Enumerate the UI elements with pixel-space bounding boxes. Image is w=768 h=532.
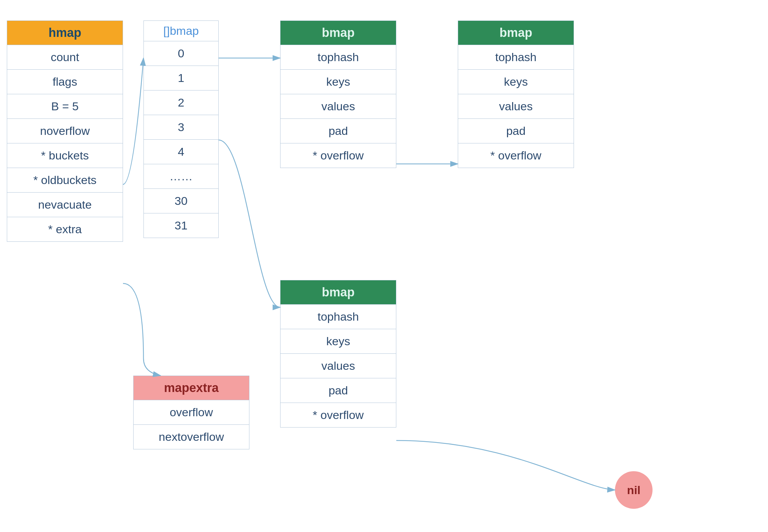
bmap2-header: bmap	[458, 21, 574, 45]
bmap2-field-values: values	[458, 94, 574, 118]
bmap1-field-values: values	[280, 94, 396, 118]
hmap-field-noverflow: noverflow	[7, 118, 123, 143]
array-row-2: 2	[144, 90, 218, 115]
mapextra-box: mapextra overflow nextoverflow	[133, 376, 249, 449]
bmap1-field-pad: pad	[280, 118, 396, 143]
bmap2-field-tophash: tophash	[458, 45, 574, 69]
array-box: []bmap 0 1 2 3 4 …… 30 31	[143, 20, 219, 238]
bmap2-box: bmap tophash keys values pad * overflow	[458, 20, 574, 168]
bmap2-field-pad: pad	[458, 118, 574, 143]
bmap3-field-pad: pad	[280, 378, 396, 403]
array-row-31: 31	[144, 213, 218, 238]
array-row-dots: ……	[144, 164, 218, 188]
nil-circle: nil	[615, 471, 653, 509]
bmap3-box: bmap tophash keys values pad * overflow	[280, 280, 396, 428]
hmap-field-buckets: * buckets	[7, 143, 123, 168]
array-row-30: 30	[144, 188, 218, 213]
bmap1-field-keys: keys	[280, 69, 396, 94]
nil-label: nil	[627, 484, 641, 497]
array-row-1: 1	[144, 66, 218, 90]
bmap3-field-overflow: * overflow	[280, 403, 396, 427]
bmap1-header: bmap	[280, 21, 396, 45]
bmap3-field-tophash: tophash	[280, 304, 396, 329]
diagram: hmap count flags B = 5 noverflow * bucke…	[0, 0, 768, 532]
hmap-header: hmap	[7, 21, 123, 45]
bmap2-field-overflow: * overflow	[458, 143, 574, 168]
hmap-field-flags: flags	[7, 69, 123, 94]
bmap1-field-overflow: * overflow	[280, 143, 396, 168]
hmap-field-extra: * extra	[7, 217, 123, 241]
array-row-3: 3	[144, 115, 218, 139]
bmap1-field-tophash: tophash	[280, 45, 396, 69]
hmap-field-oldbuckets: * oldbuckets	[7, 168, 123, 192]
array-row-0: 0	[144, 41, 218, 66]
hmap-field-count: count	[7, 45, 123, 69]
hmap-field-b: B = 5	[7, 94, 123, 118]
bmap1-box: bmap tophash keys values pad * overflow	[280, 20, 396, 168]
bmap3-field-values: values	[280, 353, 396, 378]
array-row-4: 4	[144, 139, 218, 164]
mapextra-field-nextoverflow: nextoverflow	[134, 424, 249, 449]
bmap3-field-keys: keys	[280, 329, 396, 353]
array-label: []bmap	[144, 21, 218, 41]
bmap3-header: bmap	[280, 280, 396, 304]
mapextra-field-overflow: overflow	[134, 400, 249, 424]
mapextra-header: mapextra	[134, 376, 249, 400]
bmap2-field-keys: keys	[458, 69, 574, 94]
hmap-field-nevacuate: nevacuate	[7, 192, 123, 217]
hmap-box: hmap count flags B = 5 noverflow * bucke…	[7, 20, 123, 242]
